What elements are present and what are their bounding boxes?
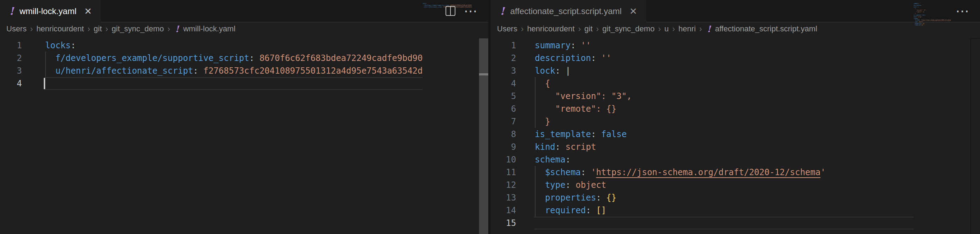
code-token: :	[596, 193, 601, 202]
breadcrumb-file[interactable]: wmill-lock.yaml	[183, 24, 236, 33]
code-line: lock: |	[535, 65, 914, 77]
code-token: {	[914, 8, 916, 9]
line-number: 15	[491, 217, 516, 229]
breadcrumb-item[interactable]: henri	[678, 24, 697, 33]
code-token: :	[566, 155, 571, 164]
code-token: "remote": {}	[535, 104, 616, 114]
breadcrumb-item[interactable]: git	[93, 24, 102, 33]
code-token: u/henri/affectionate_script	[424, 6, 442, 8]
code-editor[interactable]: 1234 locks: f/developers_example/support…	[0, 35, 488, 234]
code-token: u/henri/affectionate_script	[56, 66, 193, 76]
code-token: ''	[601, 53, 611, 63]
code-token: required	[545, 206, 586, 215]
close-icon[interactable]: ✕	[84, 6, 92, 17]
line-number: 12	[491, 179, 516, 191]
vertical-scrollbar[interactable]	[479, 38, 488, 234]
code-line: }	[535, 115, 914, 128]
code-token: is_template	[535, 129, 591, 139]
code-token: kind	[535, 142, 555, 152]
editor-actions: ⋯	[956, 0, 970, 22]
code-token	[535, 168, 545, 177]
breadcrumb: Users›henricourdent›git›git_sync_demo›u›…	[491, 22, 980, 35]
more-actions-icon[interactable]: ⋯	[956, 4, 970, 17]
line-number: 6	[491, 103, 516, 115]
breadcrumb-item[interactable]: Users	[496, 24, 518, 33]
code-token: |	[918, 6, 918, 8]
minimap-line	[914, 26, 970, 28]
breadcrumb-item[interactable]: u	[664, 24, 669, 33]
code-line: kind: script	[535, 141, 914, 153]
more-actions-icon[interactable]: ⋯	[464, 4, 478, 17]
breadcrumb-separator: ›	[27, 24, 36, 34]
code-token: []	[596, 206, 606, 215]
code-token: $schema	[545, 168, 581, 177]
code-token: :	[249, 53, 254, 63]
code-token: 8670f6c62f683bdea72249cadfe9bd90	[259, 53, 423, 63]
breadcrumb-item[interactable]: henricourdent	[527, 24, 576, 33]
code-line	[45, 77, 423, 90]
code-line	[535, 217, 914, 229]
code-token: schema	[914, 18, 918, 19]
code-line: $schema: 'https://json-schema.org/draft/…	[535, 166, 914, 179]
breadcrumb-item[interactable]: Users	[6, 24, 27, 33]
breadcrumb-separator: ›	[103, 24, 111, 34]
code-token: schema	[535, 155, 566, 164]
code-token: properties	[545, 193, 596, 202]
code-line: "version": "3",	[535, 90, 914, 103]
line-number: 1	[0, 39, 22, 52]
code-token: ''	[581, 41, 591, 51]
breadcrumb-file[interactable]: affectionate_script.script.yaml	[714, 24, 818, 33]
code-token: properties	[915, 23, 922, 24]
breadcrumb-separator: ›	[85, 24, 93, 34]
tab-wmill-lock-yaml[interactable]: ! wmill-lock.yaml ✕	[0, 0, 101, 22]
code-token	[560, 142, 565, 152]
code-token	[596, 129, 601, 139]
code-token: script	[566, 142, 596, 152]
editor-group-left: ! wmill-lock.yaml ✕ ⋯ Users›henricourden…	[0, 0, 488, 234]
breadcrumb-item[interactable]: git	[584, 24, 593, 33]
vertical-scrollbar[interactable]	[970, 38, 979, 234]
close-icon[interactable]: ✕	[630, 6, 637, 17]
line-number: 9	[491, 141, 516, 153]
line-number: 3	[491, 65, 516, 77]
breadcrumb-item[interactable]: git_sync_demo	[601, 24, 655, 33]
code-token: object	[919, 21, 923, 22]
code-token: :	[71, 41, 76, 51]
code-token: {	[535, 79, 550, 89]
editor-group-sash[interactable]	[488, 0, 491, 234]
code-token: script	[918, 16, 921, 17]
editor-group-right: ! affectionate_script.script.yaml ✕ ⋯ Us…	[491, 0, 980, 234]
code-token	[535, 180, 545, 190]
code-token: :	[591, 129, 596, 139]
code-token	[535, 206, 545, 215]
breadcrumb-separator: ›	[669, 24, 678, 34]
code-token: :	[918, 18, 918, 19]
code-token: f/developers_example/supportive_script	[56, 53, 249, 63]
breadcrumb-separator: ›	[593, 24, 602, 34]
breadcrumb-separator: ›	[164, 24, 173, 34]
code-token: :	[426, 3, 426, 5]
split-editor-icon[interactable]	[445, 6, 455, 16]
tab-affectionate-script-yaml[interactable]: ! affectionate_script.script.yaml ✕	[491, 0, 646, 22]
code-token: type	[545, 180, 566, 190]
line-number-gutter: 123456789101112131415	[491, 39, 516, 229]
code-editor[interactable]: 123456789101112131415 summary: ''descrip…	[491, 35, 980, 234]
line-number-gutter: 1234	[0, 39, 22, 90]
code-token: is_template	[914, 14, 921, 16]
code-token: description	[535, 53, 591, 63]
yaml-warning-icon: !	[173, 24, 183, 34]
breadcrumb-item[interactable]: henricourdent	[36, 24, 85, 33]
line-number: 13	[491, 191, 516, 204]
editor-actions: ⋯	[445, 0, 478, 22]
breadcrumb: Users›henricourdent›git›git_sync_demo›!w…	[0, 22, 488, 35]
code-line: "remote": {}	[535, 103, 914, 115]
code-line: type: object	[535, 179, 914, 191]
code-token: summary	[914, 3, 918, 5]
line-number: 5	[491, 90, 516, 103]
code-token: '	[951, 19, 951, 21]
code-token: {}	[923, 23, 924, 24]
code-line: locks:	[45, 39, 423, 52]
breadcrumb-item[interactable]: git_sync_demo	[111, 24, 164, 33]
code-token: :	[193, 66, 198, 76]
code-line: u/henri/affectionate_script: f2768573cfc…	[45, 65, 423, 77]
